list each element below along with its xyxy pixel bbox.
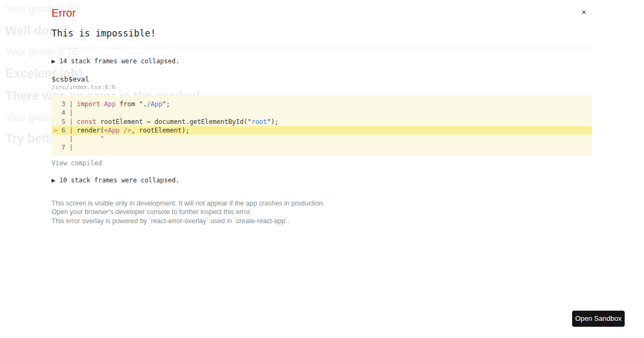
code-frame: 3 | import App from "./App"; 4 | 5 | con… — [52, 95, 592, 156]
stack-frame-function: $csb$eval — [52, 75, 89, 83]
stack-frame-file: /src/index.tsx:6:6 — [52, 84, 115, 91]
code-line: 3 | import App from "./App"; — [52, 100, 592, 108]
footer-hint-line: This screen is visible only in developme… — [52, 199, 325, 208]
overlay-footer-note: This screen is visible only in developme… — [52, 199, 325, 225]
footer-hint-line: Open your browser’s developer console to… — [52, 208, 325, 216]
view-compiled-link[interactable]: View compiled — [52, 159, 102, 167]
code-line: 4 | — [52, 108, 592, 117]
code-line: 5 | const rootElement = document.getElem… — [52, 117, 592, 126]
screen: Your grade is 82Well done!Your grade is … — [0, 0, 644, 338]
error-message: This is impossible! — [52, 28, 156, 39]
open-sandbox-button[interactable]: Open Sandbox — [572, 311, 625, 327]
divider — [52, 48, 592, 48]
collapsed-stack-frames-bottom[interactable]: ▶ 10 stack frames were collapsed. — [52, 177, 179, 184]
error-overlay-content: Error ✕ This is impossible! ▶ 14 stack f… — [52, 0, 592, 338]
footer-hint-line: This error overlay is powered by `react-… — [52, 217, 325, 225]
collapsed-stack-frames-top[interactable]: ▶ 14 stack frames were collapsed. — [52, 57, 179, 65]
code-line: 7 | — [52, 143, 592, 152]
error-title: Error — [52, 7, 76, 19]
close-icon[interactable]: ✕ — [579, 8, 589, 17]
error-overlay: Error ✕ This is impossible! ▶ 14 stack f… — [0, 0, 644, 338]
code-line-highlighted: > 6 | render(<App />, rootElement); — [52, 126, 592, 135]
code-line: | ^ — [52, 135, 592, 143]
